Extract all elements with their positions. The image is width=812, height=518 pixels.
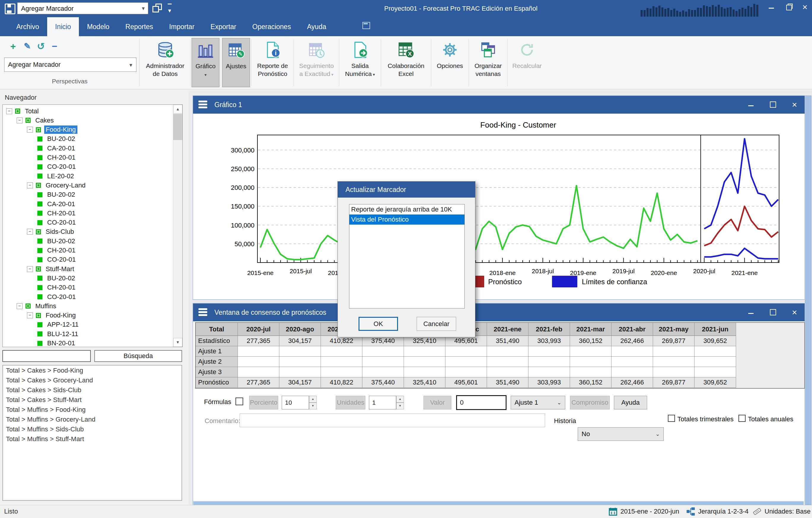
unidades-spinbox[interactable]: 1: [369, 396, 396, 409]
table-cell[interactable]: [653, 367, 695, 377]
comentario-input[interactable]: [240, 413, 545, 427]
table-cell[interactable]: [653, 346, 695, 356]
collapse-icon[interactable]: −: [27, 127, 33, 133]
compromiso-button[interactable]: Compromiso: [570, 396, 610, 409]
collapse-icon[interactable]: −: [27, 312, 33, 318]
tree-item-ch-20-01[interactable]: CH-20-01: [37, 246, 77, 255]
collapse-icon[interactable]: −: [17, 117, 23, 123]
table-cell[interactable]: [528, 346, 570, 356]
quick-access-combo[interactable]: Agregar Marcador ▼: [17, 2, 148, 14]
tree-item-co-20-01[interactable]: CO-20-01: [37, 162, 78, 171]
tab-inicio[interactable]: Inicio: [47, 17, 79, 36]
table-cell[interactable]: [321, 367, 362, 377]
minimize-button[interactable]: [764, 0, 779, 15]
collapse-icon[interactable]: −: [27, 182, 33, 189]
tree-item-ca-20-01[interactable]: CA-20-01: [37, 199, 77, 208]
dialog-title[interactable]: Actualizar Marcador: [338, 181, 475, 198]
tree-item-ch-20-01[interactable]: CH-20-01: [37, 153, 77, 162]
table-cell[interactable]: [404, 346, 445, 356]
chevron-down-icon[interactable]: ▼: [141, 3, 146, 15]
options-button[interactable]: Opciones: [432, 38, 467, 87]
table-cell[interactable]: 309,652: [695, 336, 736, 346]
maximize-icon[interactable]: [765, 97, 781, 112]
tree-item-sids-club[interactable]: −Sids-Club: [27, 227, 75, 236]
table-cell[interactable]: [611, 346, 653, 356]
tab-importar[interactable]: Importar: [161, 17, 203, 36]
collapse-icon[interactable]: −: [17, 303, 23, 309]
table-cell[interactable]: 309,652: [695, 377, 736, 388]
table-cell[interactable]: 262,466: [611, 377, 653, 388]
table-cell[interactable]: [445, 367, 487, 377]
table-cell[interactable]: 2021-ene: [487, 323, 528, 336]
workspace-vertical-scrollbar[interactable]: [805, 95, 811, 505]
path-item[interactable]: Total > Cakes > Grocery-Land: [3, 375, 181, 385]
tree-item-grocery-land[interactable]: −Grocery-Land: [27, 181, 87, 190]
table-cell[interactable]: [570, 356, 611, 367]
table-cell[interactable]: [653, 356, 695, 367]
tree-item-muffins[interactable]: −Muffins: [17, 301, 58, 311]
tab-ayuda[interactable]: Ayuda: [299, 17, 334, 36]
ajuste-select[interactable]: Ajuste 1 ⌄: [511, 396, 565, 409]
tree-item-food-king[interactable]: −Food-King: [27, 311, 78, 320]
scrollbar-thumb[interactable]: [173, 114, 182, 140]
table-cell[interactable]: 351,490: [487, 377, 528, 388]
tree-item-cakes[interactable]: −Cakes: [17, 116, 55, 125]
edit-perspective-icon[interactable]: ✎: [21, 40, 33, 52]
tree-item-stuff-mart[interactable]: −Stuff-Mart: [27, 264, 76, 274]
marker-list-item[interactable]: Reporte de jerarquía arriba de 10K: [349, 204, 464, 214]
table-cell[interactable]: 351,490: [487, 336, 528, 346]
table-cell[interactable]: 277,365: [238, 336, 279, 346]
table-cell[interactable]: [445, 346, 487, 356]
remove-perspective-button[interactable]: −: [49, 40, 60, 52]
table-cell[interactable]: 2021-jun: [695, 323, 736, 336]
table-cell[interactable]: 277,365: [238, 377, 279, 388]
table-cell[interactable]: [611, 367, 653, 377]
marker-list-item[interactable]: Vista del Pronóstico: [349, 214, 464, 225]
close-button[interactable]: ×: [798, 0, 812, 15]
excel-collaboration-button[interactable]: XColaboraciónExcel: [382, 38, 430, 87]
porciento-button[interactable]: Porciento: [249, 396, 278, 409]
collapse-icon[interactable]: −: [27, 266, 33, 272]
table-cell[interactable]: [528, 367, 570, 377]
formulas-checkbox[interactable]: [235, 398, 243, 405]
minimize-icon[interactable]: [744, 305, 759, 320]
table-cell[interactable]: [404, 356, 445, 367]
table-cell[interactable]: [238, 356, 279, 367]
close-icon[interactable]: ×: [787, 305, 802, 320]
undo-icon[interactable]: ↺: [35, 40, 47, 52]
toolbar-overflow-icon[interactable]: ▔▼: [167, 5, 173, 13]
marker-listbox[interactable]: Reporte de jerarquía arriba de 10KVista …: [349, 204, 465, 309]
tab-exportar[interactable]: Exportar: [203, 17, 244, 36]
tree-item-le-20-02[interactable]: LE-20-02: [37, 171, 76, 181]
menu-icon[interactable]: [198, 100, 207, 109]
table-cell[interactable]: [695, 356, 736, 367]
table-cell[interactable]: [528, 356, 570, 367]
table-cell[interactable]: 2020-jul: [238, 323, 279, 336]
table-cell[interactable]: [487, 346, 528, 356]
perspective-combo[interactable]: Agregar Marcador ▼: [4, 58, 137, 72]
table-cell[interactable]: [570, 367, 611, 377]
chevron-down-icon[interactable]: ⌄: [656, 431, 660, 437]
table-cell[interactable]: [445, 356, 487, 367]
table-cell[interactable]: 303,993: [528, 377, 570, 388]
valor-button[interactable]: Valor: [424, 396, 452, 409]
table-cell[interactable]: [404, 367, 445, 377]
table-cell[interactable]: [279, 367, 321, 377]
table-cell[interactable]: 2021-feb: [528, 323, 570, 336]
table-cell[interactable]: [487, 356, 528, 367]
tree-item-co-20-01[interactable]: CO-20-01: [37, 292, 78, 301]
valor-input[interactable]: 0: [456, 395, 506, 410]
chart-window-titlebar[interactable]: Gráfico 1 ×: [193, 96, 805, 114]
table-cell[interactable]: 304,157: [279, 336, 321, 346]
path-item[interactable]: Total > Cakes > Stuff-Mart: [3, 395, 181, 405]
tab-reportes[interactable]: Reportes: [117, 17, 161, 36]
table-cell[interactable]: 375,440: [362, 377, 404, 388]
tree-item-bu-20-02[interactable]: BU-20-02: [37, 190, 77, 199]
path-item[interactable]: Total > Muffins > Food-King: [3, 405, 181, 414]
table-cell[interactable]: [362, 346, 404, 356]
restore-button[interactable]: [782, 0, 796, 15]
table-cell[interactable]: 269,877: [653, 336, 695, 346]
totales-anuales-checkbox[interactable]: [738, 415, 746, 422]
table-cell[interactable]: [695, 346, 736, 356]
tree-scrollbar[interactable]: ▲ ▼: [173, 105, 182, 347]
